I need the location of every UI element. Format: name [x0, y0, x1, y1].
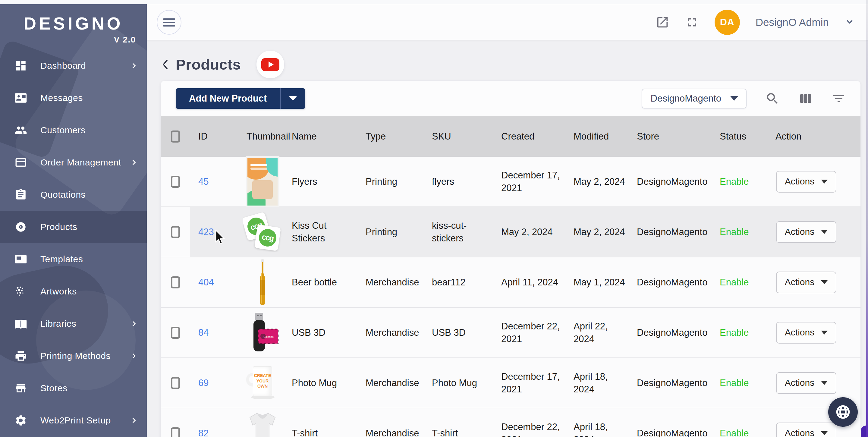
sidebar: DESIGNO V 2.0 Dashboard Messages — [0, 4, 147, 437]
page-title: Products — [176, 56, 241, 73]
product-modified: May 1, 2024 — [565, 257, 628, 307]
column-header-sku[interactable]: SKU — [424, 116, 493, 157]
sidebar-item-products[interactable]: Products — [0, 211, 147, 243]
actions-button[interactable]: Actions — [776, 221, 836, 243]
actions-button[interactable]: Actions — [776, 171, 836, 193]
settings-icon — [14, 414, 27, 427]
product-store: DesignoMagento — [628, 408, 711, 437]
sidebar-item-customers[interactable]: Customers — [0, 114, 147, 146]
avatar[interactable]: DA — [715, 10, 740, 35]
hamburger-menu-button[interactable] — [157, 10, 181, 35]
product-created: December 17, 2021 — [493, 157, 565, 207]
language-globe-button[interactable] — [828, 397, 858, 427]
search-icon[interactable] — [765, 91, 780, 106]
avatar-initials: DA — [720, 17, 735, 28]
column-header-type[interactable]: Type — [357, 116, 424, 157]
product-thumbnail[interactable]: ccg ccg — [243, 212, 282, 252]
sidebar-item-label: Stores — [40, 383, 138, 393]
table-row: 82 T-shirt Merchandise T-shirt December … — [161, 408, 861, 437]
sidebar-item-printing-methods[interactable]: Printing Methods — [0, 340, 147, 372]
sidebar-item-order-management[interactable]: Order Management — [0, 146, 147, 179]
add-product-dropdown-toggle[interactable] — [281, 88, 305, 109]
actions-button[interactable]: Actions — [776, 272, 836, 293]
sidebar-item-artworks[interactable]: Artworks — [0, 275, 147, 307]
orders-icon — [14, 156, 27, 169]
product-thumbnail[interactable] — [244, 411, 281, 437]
chevron-down-icon[interactable] — [844, 17, 855, 28]
row-checkbox[interactable] — [171, 176, 180, 188]
row-checkbox[interactable] — [171, 226, 180, 238]
product-modified: May 2, 2024 — [565, 157, 628, 207]
column-header-status[interactable]: Status — [711, 116, 767, 157]
row-checkbox[interactable] — [171, 377, 180, 389]
sidebar-item-messages[interactable]: Messages — [0, 82, 147, 114]
products-card: Add New Product DesignoMagento — [161, 81, 861, 437]
select-all-checkbox[interactable] — [171, 130, 180, 143]
sidebar-item-dashboard[interactable]: Dashboard — [0, 50, 147, 82]
column-header-name[interactable]: Name — [283, 116, 357, 157]
sidebar-item-libraries[interactable]: Libraries — [0, 307, 147, 340]
store-select[interactable]: DesignoMagento — [642, 89, 747, 108]
filter-sort-icon[interactable] — [832, 91, 846, 106]
sidebar-item-label: Customers — [40, 125, 138, 135]
table-row: 404 Beer bottle Merchandise bear112 Apri… — [161, 257, 861, 308]
column-header-store[interactable]: Store — [628, 116, 711, 157]
product-id-link[interactable]: 45 — [198, 176, 209, 188]
product-thumbnail[interactable] — [247, 158, 278, 206]
sidebar-item-templates[interactable]: Templates — [0, 243, 147, 275]
product-id-link[interactable]: 82 — [198, 427, 209, 437]
row-checkbox[interactable] — [171, 327, 180, 339]
actions-button[interactable]: Actions — [776, 423, 836, 437]
product-name: T-shirt — [283, 408, 357, 437]
sidebar-item-web2print-setup[interactable]: Web2Print Setup — [0, 404, 147, 436]
sidebar-item-stores[interactable]: Stores — [0, 372, 147, 404]
column-header-modified[interactable]: Modified — [565, 116, 628, 157]
user-menu-name[interactable]: DesignO Admin — [755, 16, 829, 28]
product-id-link[interactable]: 423 — [198, 226, 214, 239]
youtube-help-button[interactable] — [256, 51, 284, 79]
sidebar-item-label: Products — [40, 222, 138, 232]
fullscreen-icon[interactable] — [685, 15, 699, 29]
chevron-down-icon — [821, 381, 828, 385]
chevron-down-icon — [730, 96, 738, 101]
open-in-new-icon[interactable] — [655, 15, 670, 29]
dashboard-icon — [14, 59, 27, 72]
back-icon[interactable] — [161, 58, 171, 71]
add-new-product-button[interactable]: Add New Product — [176, 88, 305, 109]
actions-button[interactable]: Actions — [776, 372, 836, 394]
column-header-thumbnail[interactable]: Thumbnail — [238, 116, 283, 157]
product-thumbnail[interactable] — [256, 258, 269, 306]
youtube-icon — [261, 58, 279, 71]
product-type: Merchandise — [357, 408, 424, 437]
actions-label: Actions — [785, 226, 814, 238]
sidebar-item-label: Web2Print Setup — [40, 415, 130, 426]
status-badge: Enable — [711, 157, 767, 207]
product-id-link[interactable]: 84 — [198, 326, 209, 339]
row-checkbox[interactable] — [171, 276, 180, 288]
product-name: Flyers — [283, 157, 357, 207]
product-type: Merchandise — [357, 257, 424, 307]
actions-button[interactable]: Actions — [776, 322, 836, 344]
product-created: December 22, 2021 — [493, 308, 565, 357]
sidebar-item-quotations[interactable]: Quotations — [0, 179, 147, 211]
product-thumbnail[interactable]: Colorido — [244, 312, 281, 354]
brand-logo-text: DESIGNO — [0, 13, 147, 33]
columns-icon[interactable] — [798, 91, 813, 106]
actions-label: Actions — [785, 276, 814, 288]
product-created: December 17, 2021 — [493, 358, 565, 408]
row-checkbox[interactable] — [171, 427, 180, 437]
chevron-right-icon — [130, 352, 138, 360]
product-id-link[interactable]: 69 — [198, 377, 209, 389]
status-badge: Enable — [711, 308, 767, 357]
printing-icon — [14, 350, 27, 362]
product-id-link[interactable]: 404 — [198, 276, 214, 289]
product-thumbnail[interactable]: CREATE YOUR OWN — [244, 365, 281, 401]
column-header-action[interactable]: Action — [767, 116, 861, 157]
column-header-created[interactable]: Created — [493, 116, 565, 157]
chevron-right-icon — [130, 62, 138, 70]
column-header-id[interactable]: ID — [190, 116, 238, 157]
artworks-icon — [14, 285, 27, 298]
app-window: DESIGNO V 2.0 Dashboard Messages — [0, 0, 868, 437]
product-name: USB 3D — [283, 308, 357, 357]
store-select-value: DesignoMagento — [651, 93, 721, 104]
